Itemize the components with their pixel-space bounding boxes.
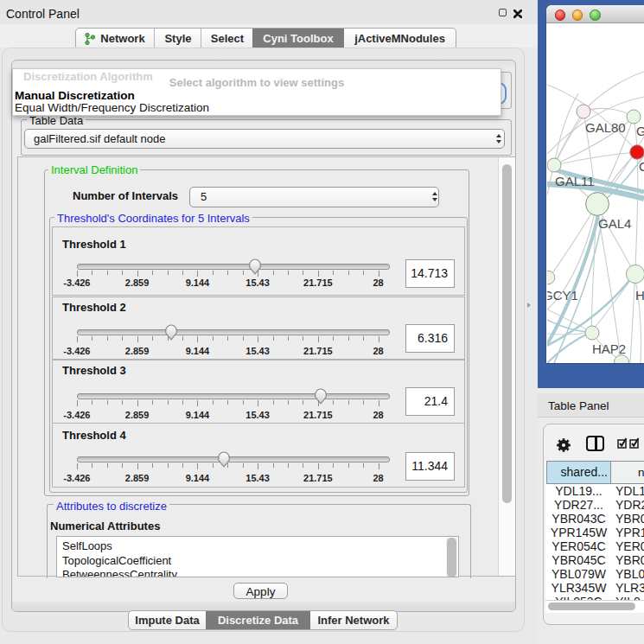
svg-text:GAL11: GAL11 [555, 174, 595, 188]
svg-text:H: H [635, 288, 644, 303]
svg-text:GAL4: GAL4 [598, 216, 631, 231]
svg-text:GA: GA [636, 124, 644, 138]
svg-text:GCY1: GCY1 [547, 288, 578, 303]
svg-text:GAL80: GAL80 [585, 120, 626, 135]
svg-text:HAP2: HAP2 [592, 341, 626, 356]
svg-text:C: C [639, 159, 644, 174]
